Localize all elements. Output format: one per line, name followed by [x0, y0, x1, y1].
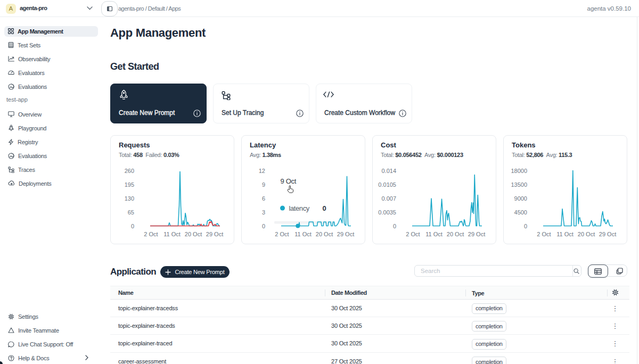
svg-text:0.014: 0.014 — [381, 168, 396, 174]
svg-text:18000: 18000 — [511, 168, 527, 174]
svg-text:9: 9 — [262, 181, 265, 187]
svg-text:0: 0 — [524, 222, 527, 229]
svg-text:4500: 4500 — [514, 209, 527, 215]
svg-text:2 Oct: 2 Oct — [406, 230, 420, 237]
svg-text:65: 65 — [128, 209, 134, 215]
svg-text:11 Oct: 11 Oct — [425, 230, 443, 237]
svg-text:195: 195 — [125, 181, 134, 187]
svg-text:12: 12 — [259, 168, 265, 174]
svg-text:2 Oct: 2 Oct — [537, 230, 551, 237]
svg-text:latency: latency — [289, 204, 310, 212]
svg-text:0: 0 — [262, 222, 265, 229]
svg-text:130: 130 — [125, 195, 134, 201]
svg-text:0: 0 — [131, 222, 134, 229]
svg-text:29 Oct: 29 Oct — [468, 230, 485, 237]
svg-text:29 Oct: 29 Oct — [599, 230, 616, 237]
svg-text:9 Oct: 9 Oct — [281, 177, 297, 185]
svg-text:20 Oct: 20 Oct — [316, 230, 333, 237]
svg-text:29 Oct: 29 Oct — [337, 230, 354, 237]
svg-text:0: 0 — [393, 222, 396, 229]
svg-text:13500: 13500 — [511, 181, 527, 187]
svg-text:0: 0 — [323, 204, 326, 212]
svg-text:20 Oct: 20 Oct — [447, 230, 464, 237]
svg-text:2 Oct: 2 Oct — [275, 230, 289, 237]
svg-text:20 Oct: 20 Oct — [185, 230, 202, 237]
svg-text:20 Oct: 20 Oct — [578, 230, 595, 237]
svg-text:6: 6 — [262, 195, 265, 201]
svg-text:0.0035: 0.0035 — [378, 209, 396, 215]
svg-text:9000: 9000 — [514, 195, 527, 201]
svg-text:11 Oct: 11 Oct — [294, 230, 312, 237]
svg-text:0.0105: 0.0105 — [378, 181, 396, 187]
svg-text:2 Oct: 2 Oct — [144, 230, 158, 237]
svg-text:29 Oct: 29 Oct — [206, 230, 223, 237]
svg-text:3: 3 — [262, 209, 265, 215]
svg-text:0.007: 0.007 — [381, 195, 396, 201]
svg-text:11 Oct: 11 Oct — [556, 230, 574, 237]
svg-text:260: 260 — [125, 168, 134, 174]
svg-text:11 Oct: 11 Oct — [163, 230, 181, 237]
